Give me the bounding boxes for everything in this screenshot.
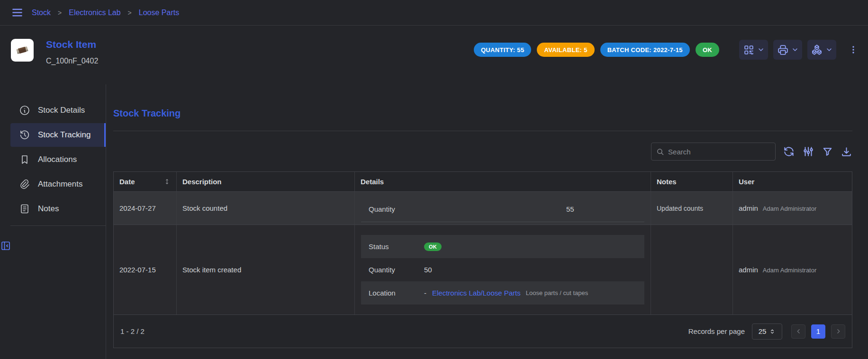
- page-title: Stock Item: [46, 39, 98, 50]
- available-badge: AVAILABLE: 5: [537, 43, 594, 57]
- sidebar-item-stock-tracking[interactable]: Stock Tracking: [10, 123, 106, 147]
- sidebar-item-notes[interactable]: Notes: [10, 197, 106, 221]
- sidebar: Stock Details Stock Tracking Allocations…: [0, 84, 106, 359]
- part-thumbnail[interactable]: [11, 39, 34, 62]
- panel-title: Stock Tracking: [113, 108, 852, 119]
- selector-icon: [769, 328, 776, 335]
- sidebar-item-attachments[interactable]: Attachments: [10, 172, 106, 196]
- status-badges: QUANTITY: 55 AVAILABLE: 5 BATCH CODE: 20…: [474, 43, 719, 57]
- barcode-actions-button[interactable]: [739, 40, 768, 60]
- next-page-button[interactable]: [831, 324, 845, 339]
- table-settings-button[interactable]: [802, 145, 814, 158]
- details-cell: Quantity 55: [354, 192, 651, 224]
- page-1-button[interactable]: 1: [811, 324, 825, 339]
- records-per-page-label: Records per page: [688, 327, 745, 335]
- detail-location-row: Location - Electronics Lab/Loose Parts L…: [361, 281, 644, 305]
- capacitor-image: [13, 41, 32, 60]
- stock-tracking-table: Date Description Details Notes User 2024…: [113, 171, 852, 348]
- breadcrumb-separator: >: [58, 9, 62, 17]
- batch-code-badge: BATCH CODE: 2022-7-15: [600, 43, 690, 57]
- printer-icon: [777, 44, 789, 56]
- detail-quantity-row: Quantity 50: [361, 258, 644, 281]
- notes-icon: [19, 203, 30, 215]
- menu-icon[interactable]: [11, 6, 24, 19]
- date-cell: 2024-07-27: [114, 192, 176, 224]
- qrcode-icon: [743, 44, 755, 56]
- sidebar-collapse-button[interactable]: [0, 240, 106, 251]
- column-header-date[interactable]: Date: [114, 172, 176, 191]
- sidebar-item-label: Stock Details: [38, 106, 85, 115]
- print-actions-button[interactable]: [773, 40, 802, 60]
- sort-icon: [163, 178, 171, 185]
- more-options-button[interactable]: [848, 45, 859, 55]
- chevron-down-icon: [825, 46, 833, 54]
- table-footer: 1 - 2 / 2 Records per page 25: [114, 314, 852, 348]
- column-header-description: Description: [176, 172, 354, 191]
- status-ok-badge: OK: [696, 43, 719, 57]
- detail-quantity-value: 50: [424, 266, 432, 274]
- breadcrumb-stock[interactable]: Stock: [32, 9, 51, 17]
- records-per-page-select[interactable]: 25: [752, 323, 782, 340]
- user-fullname: Adam Administrator: [763, 267, 816, 274]
- table-toolbar: [113, 142, 852, 162]
- info-circle-icon: [19, 105, 30, 116]
- detail-quantity-row: Quantity 55: [361, 197, 644, 222]
- search-icon: [656, 147, 664, 156]
- dots-vertical-icon: [848, 45, 859, 55]
- date-cell: 2022-07-15: [114, 225, 176, 314]
- refresh-button[interactable]: [783, 145, 795, 158]
- breadcrumb-loose-parts[interactable]: Loose Parts: [139, 9, 179, 17]
- chevron-down-icon: [791, 46, 799, 54]
- panel-divider: [113, 131, 852, 131]
- column-header-details: Details: [354, 172, 651, 191]
- previous-page-button[interactable]: [791, 324, 805, 339]
- sidebar-collapse-icon: [0, 240, 11, 251]
- notes-cell: Updated counts: [651, 192, 732, 224]
- description-cell: Stock item created: [176, 225, 354, 314]
- location-prefix: -: [424, 289, 426, 297]
- user-fullname: Adam Administrator: [763, 205, 816, 212]
- description-cell: Stock counted: [176, 192, 354, 224]
- download-icon: [841, 146, 852, 158]
- part-name: C_100nF_0402: [46, 57, 98, 65]
- detail-status-row: Status OK: [361, 235, 644, 258]
- paperclip-icon: [19, 179, 30, 190]
- table-row[interactable]: 2022-07-15 Stock item created Status OK …: [114, 224, 852, 314]
- record-range: 1 - 2 / 2: [120, 327, 145, 335]
- filter-button[interactable]: [822, 146, 833, 158]
- sidebar-item-label: Stock Tracking: [38, 130, 91, 140]
- table-row[interactable]: 2024-07-27 Stock counted Quantity 55 Upd…: [114, 191, 852, 224]
- stock-item-header: Stock Item C_100nF_0402 QUANTITY: 55 AVA…: [0, 26, 868, 84]
- download-button[interactable]: [841, 146, 852, 158]
- filter-icon: [822, 146, 833, 158]
- quantity-badge: QUANTITY: 55: [474, 43, 531, 57]
- search-box: [651, 143, 776, 161]
- bookmark-icon: [19, 154, 30, 165]
- status-ok-pill: OK: [424, 242, 442, 251]
- breadcrumb: Stock > Electronics Lab > Loose Parts: [32, 9, 179, 17]
- search-input[interactable]: [668, 148, 770, 156]
- detail-quantity-value: 55: [566, 205, 574, 213]
- user-cell: admin Adam Administrator: [732, 225, 852, 314]
- chevron-left-icon: [795, 328, 802, 335]
- history-icon: [19, 129, 30, 141]
- breadcrumb-separator: >: [128, 9, 132, 17]
- table-header-row: Date Description Details Notes User: [114, 172, 852, 191]
- breadcrumb-electronics-lab[interactable]: Electronics Lab: [69, 9, 120, 17]
- location-link[interactable]: Electronics Lab/Loose Parts: [432, 289, 521, 297]
- stock-actions-button[interactable]: [807, 40, 836, 60]
- sidebar-item-label: Attachments: [38, 180, 83, 189]
- top-navigation-bar: Stock > Electronics Lab > Loose Parts: [0, 0, 868, 26]
- pagination: 1: [791, 324, 845, 339]
- sidebar-item-allocations[interactable]: Allocations: [10, 148, 106, 171]
- refresh-icon: [783, 145, 795, 158]
- sidebar-item-stock-details[interactable]: Stock Details: [10, 99, 106, 122]
- adjustments-icon: [802, 145, 814, 158]
- notes-cell: [651, 225, 732, 314]
- user-cell: admin Adam Administrator: [732, 192, 852, 224]
- column-header-user: User: [732, 172, 852, 191]
- chevron-down-icon: [757, 46, 765, 54]
- sidebar-item-label: Allocations: [38, 155, 77, 164]
- username: admin: [739, 204, 758, 212]
- column-header-notes: Notes: [651, 172, 732, 191]
